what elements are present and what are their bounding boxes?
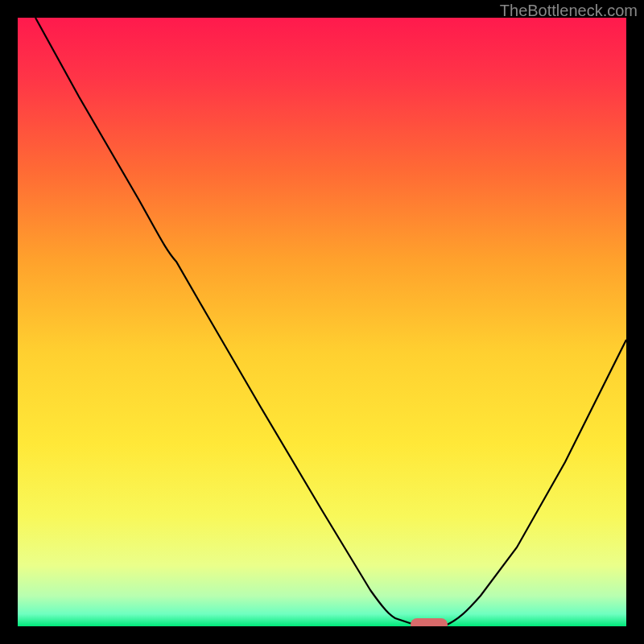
- gradient-background: [18, 18, 626, 626]
- chart-container: TheBottleneck.com: [0, 0, 644, 644]
- plot-area: [18, 18, 626, 626]
- watermark-text: TheBottleneck.com: [500, 2, 638, 20]
- chart-svg: [18, 18, 626, 626]
- optimal-point-marker: [411, 618, 448, 626]
